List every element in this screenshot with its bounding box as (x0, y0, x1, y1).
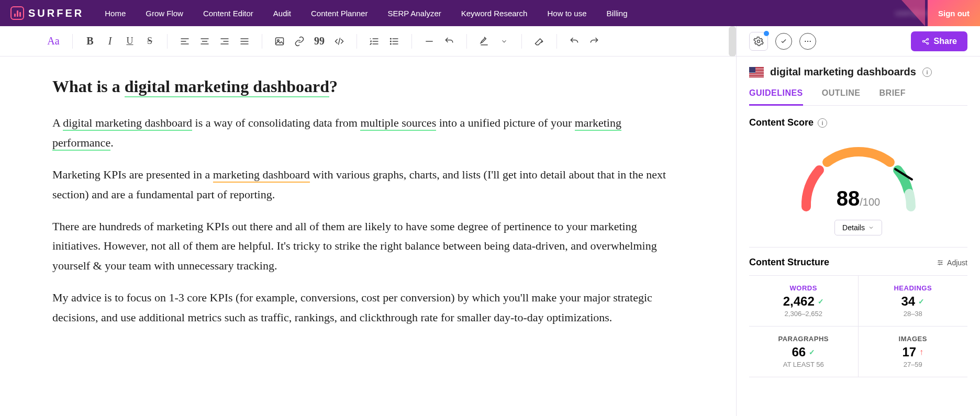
paragraph[interactable]: My advice is to focus on 1-3 core KPIs (… (52, 288, 684, 327)
warn-icon: ↑ (919, 347, 923, 357)
metric-words: WORDS 2,462✓ 2,306–2,652 (749, 276, 859, 327)
score-gauge: 88/100 (749, 133, 967, 215)
unordered-list-icon[interactable] (388, 36, 400, 47)
editor-content[interactable]: What is a digital marketing dashboard? A… (0, 57, 736, 355)
eraser-icon[interactable] (533, 36, 545, 47)
info-icon[interactable]: i (922, 68, 932, 77)
keyword-highlight: marketing dashboard (213, 168, 310, 183)
keyword-highlight: digital marketing dashboard (63, 116, 192, 131)
top-nav: SURFER Home Grow Flow Content Editor Aud… (0, 0, 980, 26)
guidelines-sidebar: ⋯ Share digital marketing dashboards i G… (737, 26, 980, 416)
align-justify-icon[interactable] (239, 36, 250, 47)
paragraph[interactable]: There are hundreds of marketing KPIs out… (52, 217, 684, 275)
highlight-icon[interactable] (478, 36, 490, 47)
scrollbar[interactable] (729, 26, 736, 57)
tab-outline[interactable]: OUTLINE (822, 88, 861, 105)
sidebar-header: ⋯ Share (737, 26, 980, 57)
align-center-icon[interactable] (199, 36, 210, 47)
nav-grow-flow[interactable]: Grow Flow (146, 9, 183, 18)
notification-dot (764, 31, 769, 36)
content-score-label: Content Score i (749, 117, 967, 128)
svg-point-5 (758, 40, 760, 42)
sidebar-tabs: GUIDELINES OUTLINE BRIEF (749, 88, 967, 106)
tab-brief[interactable]: BRIEF (879, 88, 906, 105)
nav-keyword-research[interactable]: Keyword Research (461, 9, 528, 18)
image-icon[interactable] (274, 36, 285, 47)
text-style-dropdown[interactable]: Aa (49, 36, 61, 47)
ordered-list-icon[interactable] (369, 36, 380, 47)
svg-point-3 (391, 41, 392, 42)
svg-rect-0 (276, 38, 284, 44)
adjust-button[interactable]: Adjust (937, 258, 967, 267)
logo[interactable]: SURFER (10, 6, 84, 20)
nav-how-to-use[interactable]: How to use (547, 9, 586, 18)
editor-toolbar: Aa B I U S 99 (0, 26, 736, 57)
undo-icon[interactable] (569, 36, 580, 47)
strikethrough-icon[interactable]: S (144, 36, 155, 47)
code-icon[interactable] (333, 36, 345, 47)
nav-links: Home Grow Flow Content Editor Audit Cont… (105, 9, 627, 18)
more-circle-button[interactable]: ⋯ (799, 33, 816, 50)
svg-point-4 (391, 43, 392, 44)
chevron-down-icon[interactable] (498, 36, 510, 47)
underline-icon[interactable]: U (124, 36, 136, 47)
paragraph[interactable]: Marketing KPIs are presented in a market… (52, 165, 684, 204)
metric-images: IMAGES 17↑ 27–59 (859, 327, 968, 377)
nav-billing[interactable]: Billing (607, 9, 628, 18)
check-icon: ✓ (918, 297, 925, 306)
signout-wedge (901, 0, 925, 26)
nav-serp-analyzer[interactable]: SERP Analyzer (387, 9, 441, 18)
bold-icon[interactable]: B (84, 36, 96, 47)
horizontal-rule-icon[interactable] (424, 36, 435, 47)
nav-content-planner[interactable]: Content Planner (311, 9, 368, 18)
editor-area: Aa B I U S 99 (0, 26, 737, 416)
metric-headings: HEADINGS 34✓ 28–38 (859, 276, 968, 327)
us-flag-icon (749, 67, 764, 77)
info-icon[interactable]: i (818, 118, 827, 128)
share-button[interactable]: Share (911, 31, 967, 51)
tab-guidelines[interactable]: GUIDELINES (749, 88, 803, 106)
paragraph[interactable]: A digital marketing dashboard is a way o… (52, 113, 684, 152)
link-icon[interactable] (294, 36, 305, 47)
target-keyword: digital marketing dashboards (770, 66, 916, 78)
score-max: /100 (860, 196, 880, 208)
nav-content-editor[interactable]: Content Editor (203, 9, 253, 18)
check-icon: ✓ (809, 348, 815, 356)
quote-icon[interactable]: 99 (314, 36, 325, 47)
redo-icon[interactable] (588, 36, 600, 47)
keyword-highlight: multiple sources (360, 116, 436, 131)
svg-point-2 (391, 38, 392, 39)
keyword-highlight: digital marketing dashboard (125, 77, 329, 97)
align-right-icon[interactable] (219, 36, 230, 47)
logo-text: SURFER (28, 7, 84, 19)
nav-audit[interactable]: Audit (273, 9, 291, 18)
nav-home[interactable]: Home (105, 9, 126, 18)
metrics-grid: WORDS 2,462✓ 2,306–2,652 HEADINGS 34✓ 28… (749, 275, 967, 377)
signout-button[interactable]: Sign out (928, 0, 980, 26)
undo-arrow-icon[interactable] (443, 36, 455, 47)
keyword-row: digital marketing dashboards i (749, 66, 967, 78)
settings-button[interactable] (749, 32, 768, 51)
metric-paragraphs: PARAGRAPHS 66✓ AT LEAST 56 (749, 327, 859, 377)
logo-icon (10, 6, 24, 20)
italic-icon[interactable]: I (104, 36, 116, 47)
heading-2[interactable]: What is a digital marketing dashboard? (52, 72, 684, 100)
content-structure-label: Content Structure (749, 257, 829, 268)
align-left-icon[interactable] (179, 36, 191, 47)
details-button[interactable]: Details (834, 220, 882, 235)
score-value: 88 (837, 187, 860, 210)
check-circle-button[interactable] (775, 33, 792, 50)
check-icon: ✓ (818, 297, 824, 306)
